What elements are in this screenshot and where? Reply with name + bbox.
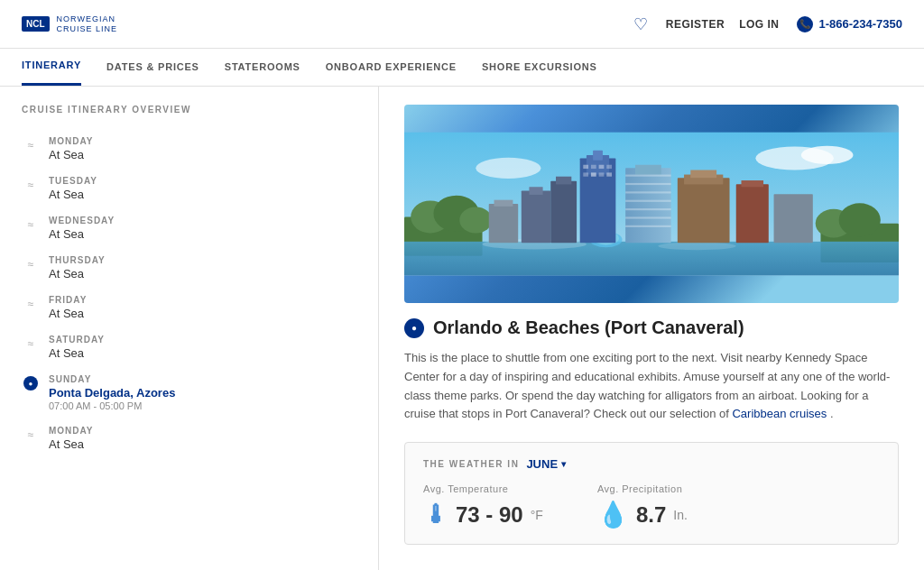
svg-point-7 xyxy=(459,207,492,234)
svg-rect-45 xyxy=(494,200,513,207)
list-item[interactable]: ≈ SATURDAY At Sea xyxy=(0,327,378,367)
caribbean-cruises-link[interactable]: Caribbean cruises xyxy=(732,407,827,420)
svg-point-2 xyxy=(801,146,854,164)
svg-rect-36 xyxy=(625,225,670,227)
active-dot: ● xyxy=(23,376,38,391)
item-content: SUNDAY Ponta Delgada, Azores 07:00 AM - … xyxy=(49,374,356,411)
item-day: SUNDAY xyxy=(49,374,356,384)
svg-rect-42 xyxy=(550,181,577,244)
item-port-active: Ponta Delgada, Azores xyxy=(49,386,356,400)
temp-value: 🌡 73 - 90 °F xyxy=(423,500,543,529)
register-link[interactable]: REGISTER xyxy=(666,18,725,31)
svg-rect-44 xyxy=(489,204,518,243)
list-item[interactable]: ≈ FRIDAY At Sea xyxy=(0,288,378,327)
svg-rect-25 xyxy=(591,172,596,176)
nav-item-shore[interactable]: SHORE EXCURSIONS xyxy=(482,49,597,86)
weather-header: THE WEATHER IN JUNE ▾ xyxy=(423,457,880,471)
svg-point-10 xyxy=(839,203,881,236)
svg-rect-33 xyxy=(625,200,670,202)
list-item[interactable]: ≈ MONDAY At Sea xyxy=(0,418,378,458)
svg-rect-40 xyxy=(522,191,550,244)
item-port: At Sea xyxy=(49,188,356,201)
svg-rect-21 xyxy=(591,165,596,169)
at-sea-marker: ≈ xyxy=(28,429,34,440)
svg-rect-34 xyxy=(625,208,670,210)
precip-unit: In. xyxy=(673,508,688,522)
list-item[interactable]: ≈ MONDAY At Sea xyxy=(0,129,378,169)
destination-icon: ● xyxy=(404,318,424,338)
svg-rect-22 xyxy=(599,165,605,169)
weather-month-selector[interactable]: JUNE ▾ xyxy=(526,457,566,471)
svg-rect-24 xyxy=(583,172,588,176)
temp-label: Avg. Temperature xyxy=(423,483,543,494)
list-item[interactable]: ≈ TUESDAY At Sea xyxy=(0,169,378,208)
favorites-icon[interactable]: ♡ xyxy=(633,14,648,34)
svg-rect-27 xyxy=(606,172,612,176)
nav-item-dates[interactable]: DATES & PRICES xyxy=(106,49,199,86)
at-sea-marker: ≈ xyxy=(28,140,34,151)
svg-rect-19 xyxy=(593,151,603,161)
at-sea-marker: ≈ xyxy=(28,259,34,270)
sidebar-title: CRUISE ITINERARY OVERVIEW xyxy=(0,105,378,129)
item-time: 07:00 AM - 05:00 PM xyxy=(49,400,356,411)
item-day: WEDNESDAY xyxy=(49,216,356,225)
precip-value: 💧 8.7 In. xyxy=(597,500,688,529)
item-day: THURSDAY xyxy=(49,255,356,265)
list-item-active[interactable]: ● SUNDAY Ponta Delgada, Azores 07:00 AM … xyxy=(0,367,378,418)
svg-rect-43 xyxy=(556,177,571,185)
item-content: THURSDAY At Sea xyxy=(49,255,356,280)
item-port: At Sea xyxy=(49,267,356,280)
svg-rect-32 xyxy=(625,191,670,193)
item-port: At Sea xyxy=(49,346,356,360)
svg-rect-31 xyxy=(625,183,670,185)
item-port: At Sea xyxy=(49,307,356,320)
item-day: MONDAY xyxy=(49,426,356,436)
item-marker: ≈ xyxy=(22,138,40,151)
item-content: MONDAY At Sea xyxy=(49,136,356,161)
itinerary-sidebar: CRUISE ITINERARY OVERVIEW ≈ MONDAY At Se… xyxy=(0,87,379,570)
rain-icon: 💧 xyxy=(597,500,629,529)
item-marker: ≈ xyxy=(22,257,40,270)
at-sea-marker: ≈ xyxy=(28,179,34,190)
item-marker: ≈ xyxy=(22,336,40,349)
svg-rect-26 xyxy=(599,172,605,176)
at-sea-marker: ≈ xyxy=(28,219,34,230)
svg-rect-20 xyxy=(583,165,588,169)
login-link[interactable]: LOG IN xyxy=(739,18,779,31)
thermometer-icon: 🌡 xyxy=(423,500,448,529)
nav-item-onboard[interactable]: ONBOARD EXPERIENCE xyxy=(326,49,457,86)
destination-description: This is the place to shuttle from one ex… xyxy=(404,349,899,424)
temp-unit: °F xyxy=(531,508,543,522)
item-port: At Sea xyxy=(49,437,356,451)
nav-item-staterooms[interactable]: STATEROOMS xyxy=(225,49,300,86)
item-marker: ≈ xyxy=(22,217,40,230)
item-day: TUESDAY xyxy=(49,176,356,186)
weather-section: THE WEATHER IN JUNE ▾ Avg. Temperature 🌡… xyxy=(404,442,899,545)
at-sea-marker: ≈ xyxy=(28,299,34,309)
item-day: FRIDAY xyxy=(49,295,356,305)
phone-number[interactable]: 📞 1-866-234-7350 xyxy=(797,16,902,32)
svg-rect-23 xyxy=(606,165,612,169)
item-content: FRIDAY At Sea xyxy=(49,295,356,320)
item-content: MONDAY At Sea xyxy=(49,426,356,451)
svg-rect-28 xyxy=(625,168,670,243)
svg-rect-39 xyxy=(690,170,716,179)
list-item[interactable]: ≈ WEDNESDAY At Sea xyxy=(0,208,378,248)
item-marker-active: ● xyxy=(22,376,40,391)
item-marker: ≈ xyxy=(22,428,40,440)
itinerary-list: ≈ MONDAY At Sea ≈ TUESDAY At Sea xyxy=(0,129,378,458)
nav-item-itinerary[interactable]: ITINERARY xyxy=(22,49,81,86)
item-content: SATURDAY At Sea xyxy=(49,335,356,360)
item-content: TUESDAY At Sea xyxy=(49,176,356,201)
svg-rect-30 xyxy=(625,175,670,177)
precipitation-stat: Avg. Precipitation 💧 8.7 In. xyxy=(597,483,688,529)
ncl-badge: NCL xyxy=(22,16,50,32)
list-item[interactable]: ≈ THURSDAY At Sea xyxy=(0,248,378,288)
precip-label: Avg. Precipitation xyxy=(597,483,688,494)
phone-icon: 📞 xyxy=(797,16,813,32)
svg-rect-29 xyxy=(635,165,661,175)
svg-rect-11 xyxy=(404,242,899,275)
logo-area: NCL NORWEGIAN CRUISE LINE xyxy=(22,14,117,34)
header-right: ♡ REGISTER LOG IN 📞 1-866-234-7350 xyxy=(633,14,902,34)
item-marker: ≈ xyxy=(22,178,40,190)
